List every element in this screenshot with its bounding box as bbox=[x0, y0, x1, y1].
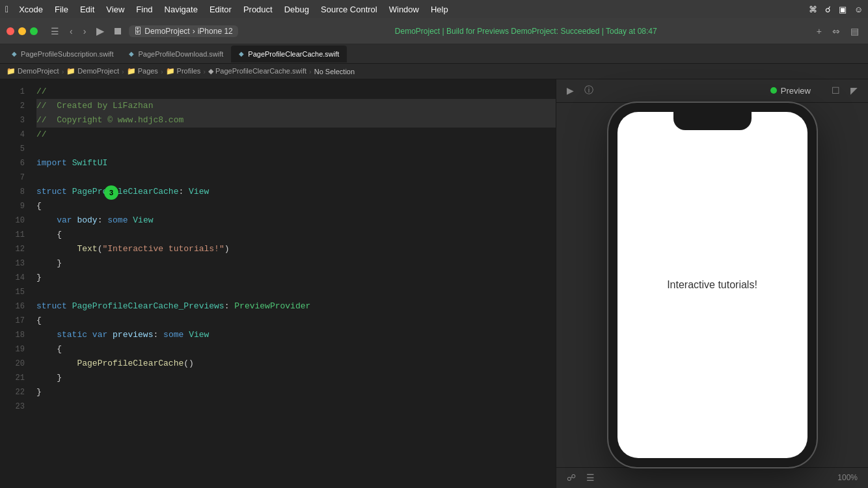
search-menubar-icon[interactable]: ☌ bbox=[825, 5, 831, 14]
wifi-icon: ⌘ bbox=[809, 5, 817, 14]
code-line-13: } bbox=[36, 256, 556, 271]
breadcrumb-sep-2: › bbox=[122, 68, 124, 75]
code-line-15 bbox=[36, 285, 556, 299]
menu-debug[interactable]: Debug bbox=[279, 3, 314, 16]
scheme-icon: 🗄 bbox=[134, 27, 142, 36]
menu-help[interactable]: Help bbox=[426, 3, 454, 16]
menu-file[interactable]: File bbox=[49, 3, 74, 16]
preview-label-container: Preview bbox=[770, 86, 811, 96]
menu-edit[interactable]: Edit bbox=[75, 3, 100, 16]
tab-page-profile-download[interactable]: ◆ PageProfileDownload.swift bbox=[121, 46, 231, 62]
code-editor[interactable]: 12345 678910 1112131415 1617181920 21222… bbox=[0, 79, 556, 488]
preview-status-dot bbox=[770, 87, 777, 94]
tab-label: PageProfileSubscription.swift bbox=[21, 50, 113, 58]
code-line-12: Text("Interactive tutorials!") bbox=[36, 242, 556, 256]
code-line-23 bbox=[36, 400, 556, 414]
breadcrumb-sep-3: › bbox=[161, 68, 163, 75]
tab-page-profile-subscription[interactable]: ◆ PageProfileSubscription.swift bbox=[4, 46, 121, 62]
menu-editor[interactable]: Editor bbox=[204, 3, 237, 16]
preview-settings-icon[interactable]: ◤ bbox=[850, 85, 858, 96]
preview-bottom-bar: ☍ ☰ 100% bbox=[556, 467, 868, 488]
code-area: 12345 678910 1112131415 1617181920 21222… bbox=[0, 79, 556, 488]
preview-toolbar: ▶ ⓘ Preview ☐ ◤ bbox=[556, 79, 868, 103]
tab-label: PageProfileDownload.swift bbox=[138, 50, 223, 58]
inspector-toggle-icon[interactable]: ▤ bbox=[848, 25, 861, 38]
tab-page-profile-clear-cache[interactable]: ◆ PageProfileClearCache.swift bbox=[231, 46, 347, 62]
preview-play-icon[interactable]: ▶ bbox=[567, 85, 574, 96]
code-line-14: } bbox=[36, 271, 556, 285]
code-line-16: struct PageProfileClearCache_Previews: P… bbox=[36, 299, 556, 314]
close-button[interactable] bbox=[7, 27, 14, 35]
preview-device-icon[interactable]: ☐ bbox=[832, 85, 840, 96]
breadcrumb-item-profiles[interactable]: 📁 Profiles bbox=[166, 67, 201, 75]
breadcrumb-item-pages[interactable]: 📁 Pages bbox=[127, 67, 158, 75]
code-line-1: // bbox=[36, 85, 556, 99]
iphone-screen-text: Interactive tutorials! bbox=[667, 279, 757, 291]
menu-xcode[interactable]: Xcode bbox=[14, 3, 48, 16]
code-line-18: static var previews: some View bbox=[36, 328, 556, 342]
menu-source-control[interactable]: Source Control bbox=[316, 3, 383, 16]
split-editor-icon[interactable]: ⇔ bbox=[830, 25, 843, 38]
code-line-21: } bbox=[36, 371, 556, 385]
swift-file-icon: ◆ bbox=[12, 50, 17, 57]
swift-file-icon: ◆ bbox=[129, 50, 134, 57]
scheme-selector[interactable]: 🗄 DemoProject › iPhone 12 bbox=[129, 25, 237, 37]
line-numbers: 12345 678910 1112131415 1617181920 21222… bbox=[0, 79, 31, 488]
toolbar-right: + ⇔ ▤ bbox=[814, 25, 861, 38]
preview-list-icon[interactable]: ☰ bbox=[586, 472, 595, 483]
code-line-3: // Copyright © www.hdjc8.com bbox=[36, 113, 556, 128]
sidebar-toggle-icon[interactable]: ☰ bbox=[48, 25, 62, 38]
code-line-2: // Created by LiFazhan bbox=[36, 99, 556, 113]
breadcrumb: 📁 DemoProject › 📁 DemoProject › 📁 Pages … bbox=[0, 64, 868, 79]
code-lines[interactable]: // // Created by LiFazhan // Copyright ©… bbox=[31, 79, 556, 488]
toolbar: ☰ ‹ › ▶ 🗄 DemoProject › iPhone 12 DemoPr… bbox=[0, 18, 868, 44]
preview-inspect-icon[interactable]: ⓘ bbox=[584, 85, 593, 96]
menu-navigate[interactable]: Navigate bbox=[159, 3, 203, 16]
breadcrumb-item-file[interactable]: ◆ PageProfileClearCache.swift bbox=[208, 67, 306, 75]
preview-content: Interactive tutorials! bbox=[556, 103, 868, 467]
pin-icon[interactable]: ☍ bbox=[567, 472, 576, 483]
play-button[interactable]: ▶ bbox=[94, 23, 107, 38]
breadcrumb-sep-1: › bbox=[62, 68, 64, 75]
add-icon[interactable]: + bbox=[814, 25, 824, 38]
chevron-right-icon: › bbox=[193, 27, 195, 36]
code-line-5 bbox=[36, 142, 556, 156]
preview-panel: ▶ ⓘ Preview ☐ ◤ Interactive tutorials! ☍… bbox=[556, 79, 868, 488]
zoom-level: 100% bbox=[837, 473, 858, 482]
breakpoint-badge[interactable]: 3 bbox=[104, 185, 118, 200]
iphone-screen: Interactive tutorials! bbox=[617, 112, 807, 458]
menu-bar:  Xcode File Edit View Find Navigate Edi… bbox=[0, 0, 868, 18]
menu-find[interactable]: Find bbox=[131, 3, 157, 16]
tabs-bar: ◆ PageProfileSubscription.swift ◆ PagePr… bbox=[0, 44, 868, 64]
code-line-20: PageProfileClearCache() bbox=[36, 357, 556, 371]
code-line-6: import SwiftUI bbox=[36, 156, 556, 170]
apple-logo-icon[interactable]:  bbox=[5, 4, 8, 14]
code-line-9: { bbox=[36, 199, 556, 213]
minimize-button[interactable] bbox=[18, 27, 26, 35]
device-name: iPhone 12 bbox=[198, 27, 233, 36]
menu-bar-right: ⌘ ☌ ▣ ☺ bbox=[809, 5, 863, 14]
stop-button[interactable] bbox=[112, 25, 124, 38]
breadcrumb-item-demoproject-root[interactable]: 📁 DemoProject bbox=[7, 67, 59, 75]
breadcrumb-item-no-selection: No Selection bbox=[314, 68, 355, 75]
traffic-lights bbox=[7, 27, 38, 35]
code-line-19: { bbox=[36, 342, 556, 357]
code-line-22: } bbox=[36, 385, 556, 400]
scheme-name: DemoProject bbox=[144, 27, 189, 36]
menu-view[interactable]: View bbox=[101, 3, 129, 16]
main-content: 12345 678910 1112131415 1617181920 21222… bbox=[0, 79, 868, 488]
menu-product[interactable]: Product bbox=[238, 3, 278, 16]
control-center-icon[interactable]: ▣ bbox=[839, 5, 847, 14]
preview-bottom-left: ☍ ☰ bbox=[567, 472, 595, 483]
back-icon[interactable]: ‹ bbox=[67, 25, 75, 38]
code-line-17: { bbox=[36, 314, 556, 328]
code-line-11: { bbox=[36, 228, 556, 242]
maximize-button[interactable] bbox=[30, 27, 38, 35]
user-avatar-icon[interactable]: ☺ bbox=[854, 5, 863, 14]
code-line-10: var body: some View bbox=[36, 213, 556, 228]
forward-icon[interactable]: › bbox=[81, 25, 89, 38]
swift-file-icon: ◆ bbox=[239, 50, 244, 57]
menu-window[interactable]: Window bbox=[384, 3, 424, 16]
code-line-7 bbox=[36, 170, 556, 185]
breadcrumb-item-demoproject[interactable]: 📁 DemoProject bbox=[66, 67, 119, 75]
